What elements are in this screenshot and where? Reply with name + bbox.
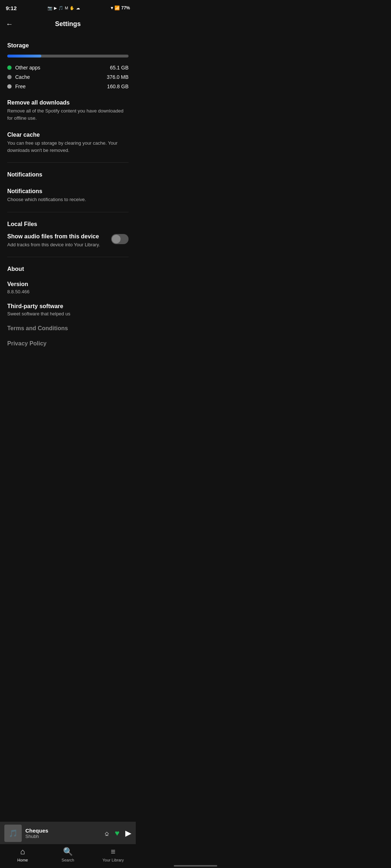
- nav-home[interactable]: ⌂ Home: [0, 847, 45, 862]
- status-right: ▾ 📶 77%: [111, 5, 130, 10]
- wifi-icon: ▾: [111, 5, 113, 10]
- storage-item-otherapps: Other apps 65.1 GB: [7, 65, 129, 71]
- clear-cache-item[interactable]: Clear cache You can free up storage by c…: [7, 132, 129, 154]
- content: Storage Other apps 65.1 GB Cache 376.0 M…: [0, 42, 136, 413]
- about-section-title: About: [7, 266, 129, 272]
- youtube-icon: ▶: [54, 6, 57, 10]
- page-title: Settings: [55, 20, 81, 28]
- about-section: About Version 8.8.50.466 Third-party sof…: [7, 266, 129, 347]
- storage-item-cache: Cache 376.0 MB: [7, 74, 129, 80]
- local-files-section-title: Local Files: [7, 221, 129, 227]
- storage-section-title: Storage: [7, 42, 129, 49]
- now-playing-art: 🎵: [4, 825, 22, 842]
- home-icon: ⌂: [20, 847, 25, 856]
- mail-icon: M: [65, 6, 68, 10]
- local-files-toggle[interactable]: [111, 234, 129, 244]
- storage-bar-fill: [7, 55, 41, 58]
- dot-free: [7, 84, 12, 89]
- third-party-desc: Sweet software that helped us: [7, 311, 129, 316]
- battery-level: 77%: [121, 5, 130, 10]
- back-button[interactable]: ←: [6, 20, 13, 28]
- now-playing-title: Cheques: [25, 827, 101, 834]
- now-playing-info: Cheques Shubh: [25, 827, 101, 839]
- storage-value-free: 160.8 GB: [107, 84, 129, 89]
- divider-2: [7, 212, 129, 212]
- third-party-item[interactable]: Third-party software Sweet software that…: [7, 303, 129, 316]
- storage-item-free: Free 160.8 GB: [7, 84, 129, 89]
- heart-icon[interactable]: ♥: [115, 829, 119, 838]
- notifications-item[interactable]: Notifications Choose which notifications…: [7, 188, 129, 203]
- clear-cache-title: Clear cache: [7, 132, 129, 138]
- local-files-item: Show audio files from this device Add tr…: [7, 233, 129, 248]
- status-icons: 📷 ▶ 🎵 M ✋ ☁: [47, 6, 80, 10]
- instagram-icon: 📷: [47, 6, 52, 10]
- bottom-nav: ⌂ Home 🔍 Search ≡ Your Library: [0, 844, 136, 868]
- notifications-section: Notifications Notifications Choose which…: [7, 171, 129, 203]
- third-party-title: Third-party software: [7, 303, 129, 310]
- now-playing-bar[interactable]: 🎵 Cheques Shubh ⎐ ♥ ▶: [0, 822, 136, 845]
- notifications-item-title: Notifications: [7, 188, 129, 195]
- home-label: Home: [17, 858, 28, 862]
- play-icon[interactable]: ▶: [125, 829, 131, 838]
- header: ← Settings: [0, 16, 136, 34]
- nav-search[interactable]: 🔍 Search: [45, 847, 91, 862]
- terms-title: Terms and Conditions: [7, 325, 129, 332]
- signal-icon: 📶: [114, 5, 120, 10]
- local-files-section: Local Files Show audio files from this d…: [7, 221, 129, 248]
- toggle-knob: [112, 235, 121, 243]
- version-value: 8.8.50.466: [7, 289, 129, 294]
- now-playing-controls: ⎐ ♥ ▶: [105, 829, 131, 838]
- privacy-title: Privacy Policy: [7, 340, 129, 347]
- storage-bar: [7, 55, 129, 58]
- storage-label-cache: Cache: [15, 74, 30, 80]
- divider-1: [7, 162, 129, 163]
- remove-downloads-title: Remove all downloads: [7, 99, 129, 106]
- library-label: Your Library: [102, 858, 124, 862]
- privacy-item[interactable]: Privacy Policy: [7, 340, 129, 347]
- library-icon: ≡: [111, 847, 115, 856]
- storage-value-otherapps: 65.1 GB: [110, 65, 129, 71]
- clear-cache-desc: You can free up storage by clearing your…: [7, 140, 129, 154]
- remove-downloads-desc: Remove all of the Spotify content you ha…: [7, 107, 129, 122]
- cloud-icon: ☁: [76, 6, 80, 10]
- search-icon: 🔍: [63, 847, 73, 856]
- storage-section: Storage Other apps 65.1 GB Cache 376.0 M…: [7, 42, 129, 154]
- notifications-item-desc: Choose which notifications to receive.: [7, 196, 129, 203]
- notifications-section-title: Notifications: [7, 171, 129, 178]
- storage-label-otherapps: Other apps: [15, 65, 40, 71]
- storage-label-free: Free: [15, 84, 26, 89]
- version-item: Version 8.8.50.466: [7, 281, 129, 294]
- version-title: Version: [7, 281, 129, 288]
- dot-otherapps: [7, 65, 12, 70]
- status-bar: 9:12 📷 ▶ 🎵 M ✋ ☁ ▾ 📶 77%: [0, 0, 136, 16]
- notification-icons: 🎵: [58, 6, 63, 10]
- now-playing-artist: Shubh: [25, 834, 101, 839]
- status-time: 9:12: [6, 5, 17, 11]
- local-files-title: Show audio files from this device: [7, 233, 105, 240]
- terms-item[interactable]: Terms and Conditions: [7, 325, 129, 332]
- local-files-desc: Add tracks from this device into Your Li…: [7, 241, 105, 248]
- touch-icon: ✋: [70, 6, 75, 10]
- divider-3: [7, 257, 129, 257]
- nav-library[interactable]: ≡ Your Library: [91, 847, 136, 862]
- search-label: Search: [62, 858, 74, 862]
- dot-cache: [7, 75, 12, 79]
- storage-value-cache: 376.0 MB: [107, 74, 129, 80]
- connect-device-icon[interactable]: ⎐: [105, 829, 109, 838]
- remove-downloads-item[interactable]: Remove all downloads Remove all of the S…: [7, 99, 129, 122]
